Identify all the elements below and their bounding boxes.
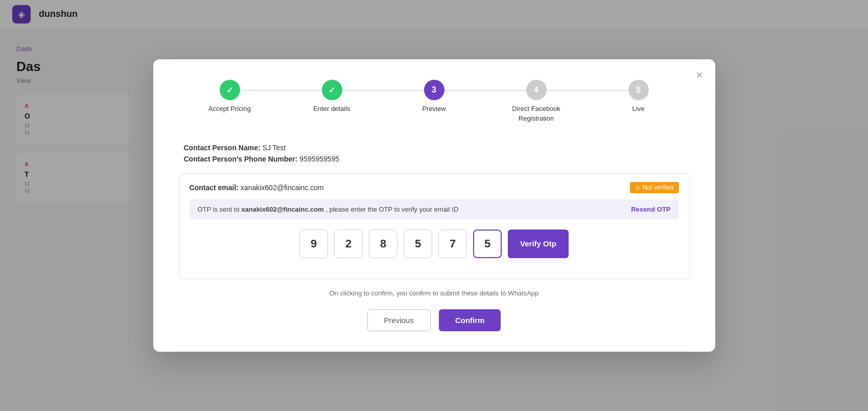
contact-phone-row: Contact Person's Phone Number: 959595959… — [184, 155, 690, 163]
email-label: Contact email: xanakix602@fincainc.com — [190, 184, 324, 192]
contact-info: Contact Person Name: SJ Test Contact Per… — [179, 144, 690, 163]
verify-otp-button[interactable]: Verify Otp — [508, 230, 569, 258]
contact-phone-value: 9595959595 — [299, 155, 339, 163]
email-row: Contact email: xanakix602@fincainc.com ⚠… — [190, 182, 679, 193]
action-buttons: Previous Confirm — [179, 309, 690, 331]
resend-otp-button[interactable]: Resend OTP — [631, 206, 670, 213]
otp-sent-suffix: , please enter the OTP to verify your em… — [325, 206, 458, 213]
previous-button[interactable]: Previous — [367, 309, 431, 331]
contact-name-row: Contact Person Name: SJ Test — [184, 144, 690, 152]
otp-info-text: OTP is sent to xanakix602@fincainc.com ,… — [198, 206, 459, 213]
warning-icon: ⚠ — [635, 184, 641, 191]
otp-inputs: Verify Otp — [190, 230, 679, 258]
step-1-label: Accept Pricing — [208, 104, 251, 113]
step-5-label: Live — [632, 104, 645, 113]
step-1-circle: ✓ — [220, 80, 240, 100]
step-4: 4 Direct Facebook Registration — [485, 80, 588, 123]
modal-overlay: × ✓ Accept Pricing ✓ Enter details 3 Pre… — [0, 0, 868, 411]
step-3-circle: 3 — [424, 80, 444, 100]
stepper: ✓ Accept Pricing ✓ Enter details 3 Previ… — [179, 80, 690, 123]
otp-digit-2[interactable] — [334, 230, 363, 258]
step-2-circle: ✓ — [322, 80, 342, 100]
step-2: ✓ Enter details — [281, 80, 383, 113]
step-4-label: Direct Facebook Registration — [506, 104, 567, 123]
contact-name-value: SJ Test — [263, 144, 286, 152]
confirm-button[interactable]: Confirm — [439, 309, 501, 331]
close-button[interactable]: × — [696, 70, 703, 81]
step-4-circle: 4 — [526, 80, 547, 100]
step-3: 3 Preview — [383, 80, 485, 113]
step-3-label: Preview — [422, 104, 445, 113]
otp-digit-6[interactable] — [473, 230, 502, 258]
step-5-circle: 5 — [628, 80, 649, 100]
step-5: 5 Live — [588, 80, 690, 113]
not-verified-badge: ⚠ Not verified — [630, 182, 679, 193]
otp-digit-4[interactable] — [404, 230, 432, 258]
email-card: Contact email: xanakix602@fincainc.com ⚠… — [179, 173, 690, 279]
email-value: xanakix602@fincainc.com — [241, 184, 324, 192]
otp-info-box: OTP is sent to xanakix602@fincainc.com ,… — [190, 199, 679, 219]
otp-email-bold: xanakix602@fincainc.com — [241, 206, 324, 213]
modal: × ✓ Accept Pricing ✓ Enter details 3 Pre… — [153, 59, 715, 351]
otp-digit-1[interactable] — [299, 230, 328, 258]
step-2-label: Enter details — [313, 104, 350, 113]
otp-digit-5[interactable] — [438, 230, 467, 258]
step-1: ✓ Accept Pricing — [179, 80, 281, 113]
confirm-text: On clicking to confirm, you confirm to s… — [179, 289, 690, 297]
not-verified-text: Not verified — [643, 184, 674, 191]
otp-digit-3[interactable] — [369, 230, 397, 258]
email-label-text: Contact email: — [190, 184, 241, 192]
